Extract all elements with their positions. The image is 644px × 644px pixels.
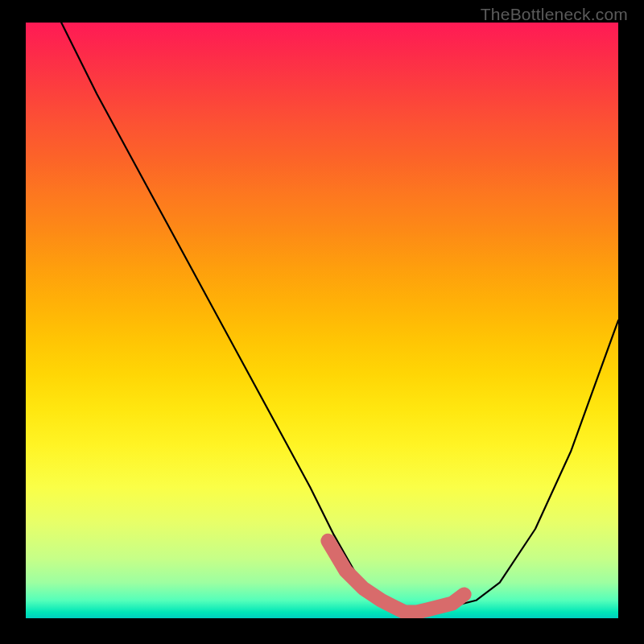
attribution-text: TheBottleneck.com (481, 5, 628, 24)
plot-background-gradient (26, 23, 618, 618)
optimal-range-highlight (328, 541, 464, 613)
highlight-line (328, 541, 464, 613)
curve-line (61, 23, 618, 613)
chart-svg (26, 23, 618, 618)
bottleneck-curve (61, 23, 618, 613)
bottleneck-chart: TheBottleneck.com (0, 0, 644, 644)
